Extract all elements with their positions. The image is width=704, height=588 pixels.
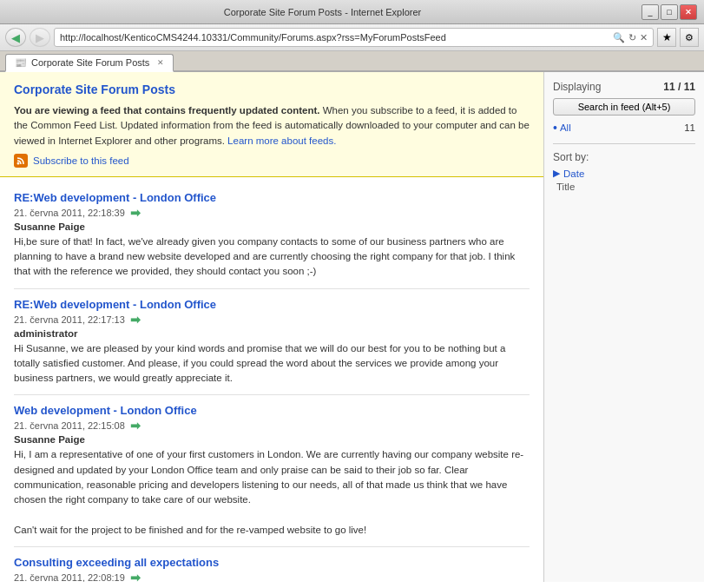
post-title[interactable]: Web development - London Office — [14, 404, 530, 417]
maximize-button[interactable]: □ — [661, 4, 678, 20]
post-arrow-icon: ➡ — [130, 313, 141, 327]
post-body: Hi, I am a representative of one of your… — [14, 447, 530, 538]
displaying-label: Displaying — [553, 81, 601, 93]
refresh-icon[interactable]: ↻ — [628, 32, 636, 43]
post-date: 21. června 2011, 22:08:19 — [14, 572, 125, 582]
post-body: Hi,be sure of that! In fact, we've alrea… — [14, 235, 530, 280]
displaying-section: Displaying 11 / 11 Search in feed (Alt+5… — [553, 81, 695, 135]
post-title[interactable]: RE:Web development - London Office — [14, 298, 530, 311]
rss-banner: Corporate Site Forum Posts You are viewi… — [0, 72, 543, 177]
search-icon: 🔍 — [613, 32, 625, 43]
post-meta: 21. června 2011, 22:08:19 ➡ — [14, 571, 530, 582]
svg-point-0 — [17, 162, 20, 164]
minimize-button[interactable]: _ — [641, 4, 659, 20]
tab-favicon: 📰 — [15, 57, 27, 69]
rss-icon — [14, 154, 28, 168]
post-meta: 21. června 2011, 22:15:08 ➡ — [14, 419, 530, 433]
post-author: Susanne Paige — [14, 221, 530, 232]
post-title[interactable]: RE:Web development - London Office — [14, 191, 530, 204]
back-button[interactable]: ◀ — [5, 28, 26, 47]
sort-title-label: Title — [556, 182, 575, 192]
sort-label: Sort by: — [553, 151, 695, 163]
all-count: 11 — [684, 122, 695, 133]
sort-date-label: Date — [563, 168, 584, 179]
post-meta: 21. června 2011, 22:18:39 ➡ — [14, 206, 530, 220]
post-date: 21. června 2011, 22:18:39 — [14, 208, 125, 218]
post-title[interactable]: Consulting exceeding all expectations — [14, 556, 530, 569]
learn-more-link[interactable]: Learn more about feeds. — [227, 135, 336, 146]
sort-title-item[interactable]: Title — [553, 182, 695, 192]
subscribe-link[interactable]: Subscribe to this feed — [33, 155, 129, 166]
post-body: Hi Susanne, we are pleased by your kind … — [14, 341, 530, 386]
sort-date-arrow: ▶ — [553, 168, 560, 179]
browser-toolbar: ◀ ▶ 🔍 ↻ ✕ ★ ⚙ — [0, 24, 704, 51]
sidebar: Displaying 11 / 11 Search in feed (Alt+5… — [543, 72, 704, 582]
rss-feed-title[interactable]: Corporate Site Forum Posts — [14, 83, 530, 96]
post-date: 21. června 2011, 22:17:13 — [14, 314, 125, 325]
post-date: 21. června 2011, 22:15:08 — [14, 420, 125, 431]
rss-symbol — [16, 156, 25, 165]
post-item: RE:Web development - London Office 21. č… — [14, 182, 530, 289]
sort-section: Sort by: ▶ Date Title — [553, 151, 695, 192]
window-title: Corporate Site Forum Posts - Internet Ex… — [7, 7, 638, 17]
all-dot: • — [553, 121, 557, 135]
post-item: Consulting exceeding all expectations 21… — [14, 547, 530, 582]
content-area: Corporate Site Forum Posts You are viewi… — [0, 72, 704, 582]
tab-close-icon[interactable]: ✕ — [157, 58, 164, 67]
post-meta: 21. června 2011, 22:17:13 ➡ — [14, 313, 530, 327]
post-author: administrator — [14, 328, 530, 339]
subscribe-row: Subscribe to this feed — [14, 154, 530, 168]
post-arrow-icon: ➡ — [130, 419, 141, 433]
address-input[interactable] — [60, 32, 609, 43]
displaying-count: 11 / 11 — [663, 81, 695, 93]
tab-bar: 📰 Corporate Site Forum Posts ✕ — [0, 51, 704, 72]
favorites-button[interactable]: ★ — [657, 28, 676, 47]
rss-desc-strong: You are viewing a feed that contains fre… — [14, 105, 320, 116]
window-chrome: Corporate Site Forum Posts - Internet Ex… — [0, 0, 704, 24]
post-item: RE:Web development - London Office 21. č… — [14, 289, 530, 396]
tab-title: Corporate Site Forum Posts — [31, 57, 149, 68]
post-arrow-icon: ➡ — [130, 206, 141, 220]
forward-button[interactable]: ▶ — [30, 28, 50, 47]
active-tab[interactable]: 📰 Corporate Site Forum Posts ✕ — [5, 54, 174, 72]
all-label: All — [560, 122, 571, 133]
close-icon[interactable]: ✕ — [640, 32, 648, 43]
displaying-row: Displaying 11 / 11 — [553, 81, 695, 93]
post-item: Web development - London Office 21. červ… — [14, 395, 530, 547]
rss-description: You are viewing a feed that contains fre… — [14, 103, 530, 149]
sidebar-divider — [553, 143, 695, 144]
sort-date-item[interactable]: ▶ Date — [553, 168, 695, 179]
posts-list: RE:Web development - London Office 21. č… — [0, 177, 543, 582]
post-author: Susanne Paige — [14, 434, 530, 445]
tools-button[interactable]: ⚙ — [680, 28, 699, 47]
all-row: • All 11 — [553, 121, 695, 135]
address-bar-container: 🔍 ↻ ✕ — [54, 28, 654, 47]
search-feed-button[interactable]: Search in feed (Alt+5) — [553, 98, 695, 116]
close-button[interactable]: ✕ — [680, 4, 697, 20]
main-content: Corporate Site Forum Posts You are viewi… — [0, 72, 543, 582]
all-link[interactable]: • All — [553, 121, 571, 135]
post-arrow-icon: ➡ — [130, 571, 141, 582]
